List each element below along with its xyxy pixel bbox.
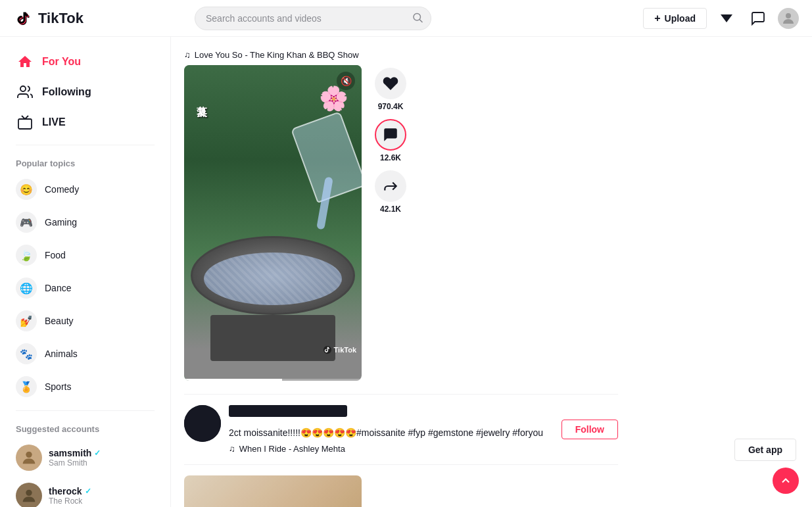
post2-content: 2ct moissanite!!!!!😍😍😍😍😍#moissanite #fyp… bbox=[229, 405, 554, 454]
scroll-to-top-button[interactable] bbox=[773, 468, 799, 494]
samsmith-display: Sam Smith bbox=[49, 458, 155, 468]
share-icon bbox=[382, 178, 399, 195]
tiktok-watermark: TikTok bbox=[323, 345, 356, 354]
following-icon bbox=[16, 83, 34, 101]
therock-display: The Rock bbox=[49, 496, 155, 506]
beauty-icon: 💅 bbox=[16, 310, 37, 331]
get-app-button[interactable]: Get app bbox=[734, 439, 796, 461]
svg-point-7 bbox=[26, 490, 32, 496]
suggested-account-samsmith[interactable]: samsmith ✓ Sam Smith bbox=[5, 439, 165, 476]
sidebar-item-live[interactable]: LIVE bbox=[5, 108, 165, 137]
video2-thumbnail[interactable]: 🛍️ bbox=[184, 475, 362, 507]
samsmith-info: samsmith ✓ Sam Smith bbox=[49, 448, 155, 468]
sports-label: Sports bbox=[45, 381, 71, 392]
samsmith-verified-icon: ✓ bbox=[94, 448, 101, 458]
post2-avatar[interactable] bbox=[184, 405, 221, 442]
therock-avatar bbox=[16, 483, 42, 507]
sidebar-item-live-label: LIVE bbox=[42, 116, 66, 128]
tiktok-logo-icon bbox=[13, 8, 34, 29]
svg-line-1 bbox=[419, 19, 422, 22]
search-input[interactable] bbox=[195, 7, 431, 30]
svg-marker-2 bbox=[721, 14, 732, 22]
therock-verified-icon: ✓ bbox=[85, 487, 91, 496]
search-container bbox=[195, 7, 431, 30]
comedy-label: Comedy bbox=[45, 184, 79, 195]
video1-wrapper: 🌸 复蒸 bbox=[184, 65, 618, 381]
share-circle bbox=[375, 170, 406, 202]
sidebar-topic-dance[interactable]: 🌐 Dance bbox=[5, 272, 165, 304]
mute-icon[interactable]: 🔇 bbox=[337, 72, 355, 90]
progress-fill bbox=[184, 379, 282, 381]
upload-button[interactable]: + Upload bbox=[643, 8, 707, 29]
triangle-down-icon bbox=[719, 11, 734, 26]
video-card-1: ♫ Love You So - The King Khan & BBQ Show… bbox=[184, 37, 618, 395]
logo-text: TikTok bbox=[38, 10, 84, 27]
logo[interactable]: TikTok bbox=[13, 8, 84, 29]
sidebar: For You Following bbox=[0, 37, 171, 507]
post2-song: ♫ When I Ride - Ashley Mehta bbox=[229, 444, 554, 454]
main-content: ♫ Love You So - The King Khan & BBQ Show… bbox=[171, 37, 631, 507]
like-button[interactable]: 970.4K bbox=[372, 65, 409, 114]
share-count: 42.1K bbox=[380, 205, 401, 214]
sidebar-item-following-label: Following bbox=[42, 86, 91, 98]
post2-avatar-inner bbox=[184, 405, 221, 442]
post2-username-hidden bbox=[229, 405, 347, 417]
comment-button[interactable]: 12.6K bbox=[372, 116, 409, 165]
share-button[interactable]: 42.1K bbox=[372, 168, 409, 216]
video1-thumbnail[interactable]: 🌸 复蒸 bbox=[184, 65, 362, 381]
video1-song-title: ♫ Love You So - The King Khan & BBQ Show bbox=[184, 50, 618, 60]
sidebar-item-following[interactable]: Following bbox=[5, 78, 165, 107]
sidebar-topic-food[interactable]: 🍃 Food bbox=[5, 239, 165, 271]
progress-bar bbox=[184, 379, 362, 381]
search-button[interactable] bbox=[412, 11, 423, 25]
follow-button[interactable]: Follow bbox=[561, 420, 618, 439]
post2-song-text: When I Ride - Ashley Mehta bbox=[239, 444, 345, 454]
sidebar-item-for-you-label: For You bbox=[42, 56, 81, 68]
food-label: Food bbox=[45, 250, 66, 260]
sidebar-topic-gaming[interactable]: 🎮 Gaming bbox=[5, 206, 165, 238]
watermark-text: TikTok bbox=[334, 346, 356, 354]
main-nav: For You Following bbox=[5, 47, 165, 137]
gaming-label: Gaming bbox=[45, 217, 77, 228]
upload-plus-icon: + bbox=[654, 12, 660, 24]
sidebar-topic-beauty[interactable]: 💅 Beauty bbox=[5, 305, 165, 337]
sidebar-topic-sports[interactable]: 🏅 Sports bbox=[5, 371, 165, 402]
sidebar-item-for-you[interactable]: For You bbox=[5, 47, 165, 76]
sports-icon: 🏅 bbox=[16, 376, 37, 397]
video1-actions: 970.4K 12.6K bbox=[372, 65, 409, 222]
food-icon: 🍃 bbox=[16, 245, 37, 266]
sidebar-topic-comedy[interactable]: 😊 Comedy bbox=[5, 174, 165, 205]
user-avatar[interactable] bbox=[778, 8, 799, 29]
header-right: + Upload bbox=[643, 7, 799, 30]
svg-rect-5 bbox=[18, 119, 32, 129]
svg-point-6 bbox=[26, 452, 32, 458]
nav-divider bbox=[16, 145, 155, 145]
header: TikTok + Upload bbox=[0, 0, 812, 37]
dance-label: Dance bbox=[45, 283, 71, 293]
heart-icon bbox=[382, 75, 399, 92]
svg-point-0 bbox=[414, 13, 421, 20]
message-icon bbox=[750, 11, 766, 26]
get-app-container: Get app bbox=[734, 439, 796, 461]
messages-icon-button[interactable] bbox=[746, 7, 770, 30]
svg-point-3 bbox=[786, 13, 791, 18]
video1-song-text: Love You So - The King Khan & BBQ Show bbox=[195, 50, 359, 60]
live-icon bbox=[16, 113, 34, 132]
post2-description: 2ct moissanite!!!!!😍😍😍😍😍#moissanite #fyp… bbox=[229, 427, 554, 440]
samsmith-username: samsmith ✓ bbox=[49, 448, 155, 458]
topics-divider bbox=[16, 410, 155, 411]
music-note-icon: ♫ bbox=[184, 50, 191, 60]
like-count: 970.4K bbox=[378, 102, 404, 111]
upload-label: Upload bbox=[665, 13, 696, 24]
suggested-account-therock[interactable]: therock ✓ The Rock bbox=[5, 477, 165, 507]
search-icon bbox=[412, 11, 423, 23]
comedy-icon: 😊 bbox=[16, 179, 37, 200]
inbox-icon-button[interactable] bbox=[715, 7, 738, 30]
animals-icon: 🐾 bbox=[16, 343, 37, 364]
beauty-label: Beauty bbox=[45, 316, 74, 326]
comment-icon bbox=[382, 126, 399, 143]
animals-label: Animals bbox=[45, 349, 78, 359]
popular-topics-title: Popular topics bbox=[5, 153, 165, 174]
post2-music-icon: ♫ bbox=[229, 444, 235, 454]
sidebar-topic-animals[interactable]: 🐾 Animals bbox=[5, 338, 165, 370]
